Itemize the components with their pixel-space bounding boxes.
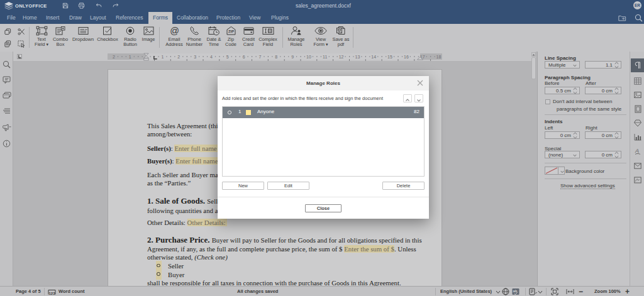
svg-text:6: 6 [243,55,245,59]
svg-text:2: 2 [177,55,180,59]
svg-text:13: 13 [355,55,360,59]
svg-text:1: 1 [161,55,164,59]
svg-text:16: 16 [404,55,409,59]
svg-text:2: 2 [113,55,115,59]
svg-text:11: 11 [323,55,327,59]
svg-text:A: A [635,148,639,154]
svg-text:3: 3 [194,55,196,59]
svg-text:9: 9 [291,55,294,59]
svg-text:ZIP: ZIP [228,30,233,33]
svg-text:8: 8 [275,55,277,59]
svg-text:18: 18 [436,55,441,59]
svg-text:12: 12 [339,55,344,59]
svg-text:@: @ [170,26,179,36]
svg-text:10: 10 [306,55,311,59]
svg-text:5: 5 [226,55,229,59]
svg-text:ab: ab [513,289,518,293]
svg-text:14: 14 [371,55,376,59]
svg-text:15: 15 [387,55,392,59]
svg-text:1: 1 [129,55,131,59]
svg-text:7: 7 [258,55,261,59]
svg-text:4: 4 [210,55,213,59]
svg-text:123: 123 [48,292,55,295]
